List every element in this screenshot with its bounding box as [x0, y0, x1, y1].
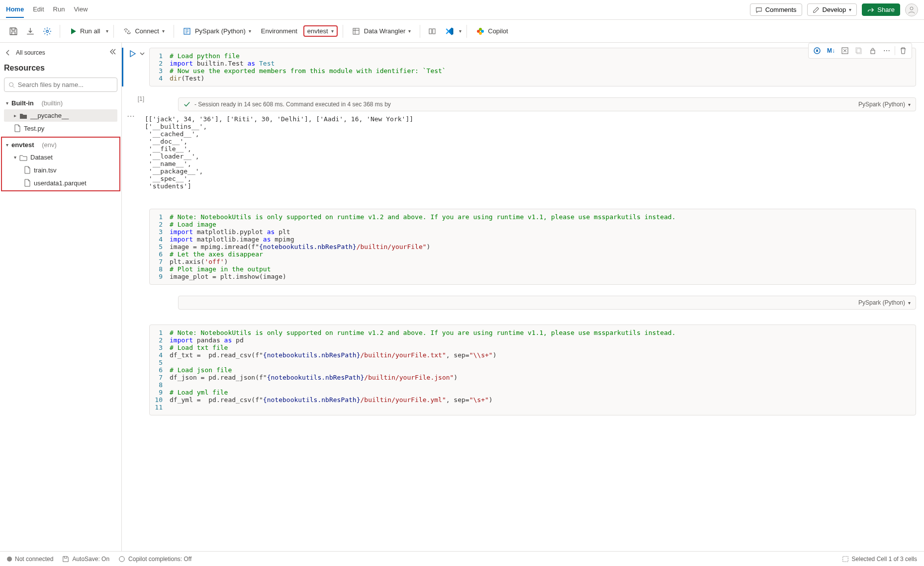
connect-icon — [123, 27, 132, 35]
back-arrow-icon[interactable] — [4, 49, 12, 57]
search-icon — [8, 81, 15, 88]
status-dot-icon — [7, 557, 12, 562]
convert-markdown-button[interactable]: M↓ — [825, 45, 837, 57]
code-editor[interactable]: 1# Load python file 2import builtin.Test… — [149, 48, 916, 86]
copilot-button[interactable]: Copilot — [472, 25, 512, 38]
folder-icon — [19, 112, 27, 119]
save-icon[interactable] — [6, 24, 21, 39]
environment-selector[interactable]: envtest ▾ — [303, 25, 338, 37]
save-small-icon — [62, 556, 69, 563]
user-avatar[interactable] — [905, 3, 918, 16]
pencil-icon — [813, 6, 820, 13]
tab-home[interactable]: Home — [6, 1, 24, 18]
share-icon — [867, 6, 874, 13]
code-cell-1: 1# Load python file 2import builtin.Test… — [122, 48, 916, 86]
code-editor[interactable]: 1# Note: NotebookUtils is only supported… — [149, 209, 916, 285]
tree-pycache[interactable]: ▸ __pycache__ — [4, 109, 117, 122]
svg-rect-3 — [353, 28, 359, 34]
tab-edit[interactable]: Edit — [33, 1, 44, 18]
code-cell-3: 1# Note: NotebookUtils is only supported… — [122, 324, 916, 415]
share-button[interactable]: Share — [862, 3, 900, 16]
selection-icon — [842, 556, 849, 563]
svg-point-9 — [479, 32, 482, 35]
wrangler-icon — [352, 27, 361, 35]
tree-dataset[interactable]: ▾ Dataset — [4, 151, 117, 163]
file-icon — [24, 179, 31, 187]
more-cell-icon[interactable]: ⋯ — [881, 45, 893, 57]
check-icon — [184, 101, 190, 108]
freeze-icon[interactable] — [425, 24, 440, 39]
download-icon[interactable] — [23, 24, 38, 39]
run-all-button[interactable]: Run all — [65, 25, 104, 37]
cell-output: [['jack', 34, '36'], ['Riti', 30, 'Delhi… — [140, 111, 418, 194]
play-icon — [69, 27, 77, 35]
comments-button[interactable]: Comments — [750, 3, 802, 16]
tab-view[interactable]: View — [74, 1, 88, 18]
clear-output-icon[interactable] — [839, 45, 851, 57]
svg-point-0 — [910, 7, 913, 10]
cell-active-indicator — [122, 48, 123, 86]
copy-cell-icon[interactable] — [853, 45, 865, 57]
file-icon — [24, 166, 31, 174]
tab-run[interactable]: Run — [53, 1, 65, 18]
person-icon — [908, 6, 916, 14]
toolbar: Run all ▾ Connect ▾ PySpark (Python) ▾ E… — [0, 20, 924, 43]
output-collapse-icon[interactable]: ⋯ — [122, 111, 140, 194]
cell-lang-chevron-icon[interactable]: ▾ — [908, 102, 911, 107]
status-bar: Not connected AutoSave: On Copilot compl… — [0, 551, 924, 566]
connect-button[interactable]: Connect ▾ — [119, 25, 168, 37]
folder-open-icon — [19, 154, 27, 161]
svg-rect-15 — [871, 50, 875, 54]
run-cell-chevron-icon[interactable] — [139, 51, 145, 57]
run-cell-icon[interactable] — [128, 50, 136, 58]
notebook-icon — [183, 27, 192, 35]
data-wrangler-button[interactable]: Data Wrangler ▾ — [348, 25, 415, 37]
svg-point-1 — [46, 30, 49, 32]
run-all-chevron-icon[interactable]: ▾ — [106, 28, 108, 34]
connection-status[interactable]: Not connected — [7, 556, 53, 563]
all-sources-link[interactable]: All sources — [16, 49, 45, 56]
file-icon — [14, 124, 21, 132]
cell-status-bar: PySpark (Python) ▾ — [178, 296, 916, 310]
cell-status-bar: - Session ready in 14 sec 608 ms. Comman… — [178, 97, 916, 111]
code-editor[interactable]: 1# Note: NotebookUtils is only supported… — [149, 324, 916, 415]
svg-rect-4 — [429, 29, 432, 34]
cell-action-bar: M↓ ⋯ — [808, 43, 912, 59]
copilot-cell-icon[interactable] — [811, 45, 823, 57]
svg-rect-5 — [433, 29, 435, 34]
environment-label[interactable]: Environment — [257, 25, 301, 37]
svg-point-8 — [479, 28, 482, 31]
svg-point-10 — [9, 82, 13, 86]
search-input[interactable] — [18, 81, 113, 88]
exec-count: [1] — [122, 95, 149, 111]
ribbon-tabs: Home Edit Run View Comments Develop ▾ Sh… — [0, 0, 924, 20]
notebook-area: M↓ ⋯ 1# Load python file 2import builtin… — [122, 43, 924, 551]
copilot-status[interactable]: Copilot completions: Off — [118, 556, 191, 563]
autosave-status[interactable]: AutoSave: On — [62, 556, 109, 563]
tree-train-tsv[interactable]: train.tsv — [4, 163, 117, 176]
vscode-chevron-icon[interactable]: ▾ — [459, 28, 462, 34]
resources-title: Resources — [4, 62, 117, 78]
sidebar: All sources Resources ▾ Built-in (builti… — [0, 43, 122, 551]
develop-button[interactable]: Develop ▾ — [807, 3, 857, 16]
delete-cell-icon[interactable] — [897, 45, 909, 57]
search-input-wrapper[interactable] — [4, 78, 117, 92]
selection-status: Selected Cell 1 of 3 cells — [842, 556, 917, 563]
tree-userdata-parquet[interactable]: userdata1.parquet — [4, 176, 117, 189]
settings-icon[interactable] — [40, 24, 55, 39]
copilot-small-icon — [118, 556, 125, 563]
language-selector[interactable]: PySpark (Python) ▾ — [179, 25, 255, 37]
cell-lang-chevron-icon[interactable]: ▾ — [908, 300, 911, 306]
comment-icon — [755, 6, 762, 13]
tree-testpy[interactable]: Test.py — [4, 122, 117, 135]
tree-builtin[interactable]: ▾ Built-in (builtin) — [4, 97, 117, 109]
lock-cell-icon[interactable] — [867, 45, 879, 57]
vscode-icon[interactable] — [442, 24, 457, 39]
copilot-icon — [476, 27, 485, 36]
collapse-sidebar-icon[interactable] — [108, 48, 116, 57]
svg-point-16 — [119, 556, 125, 562]
code-cell-2: 1# Note: NotebookUtils is only supported… — [122, 209, 916, 285]
tree-envtest[interactable]: ▾ envtest (env) — [4, 139, 117, 151]
svg-rect-17 — [842, 556, 848, 562]
